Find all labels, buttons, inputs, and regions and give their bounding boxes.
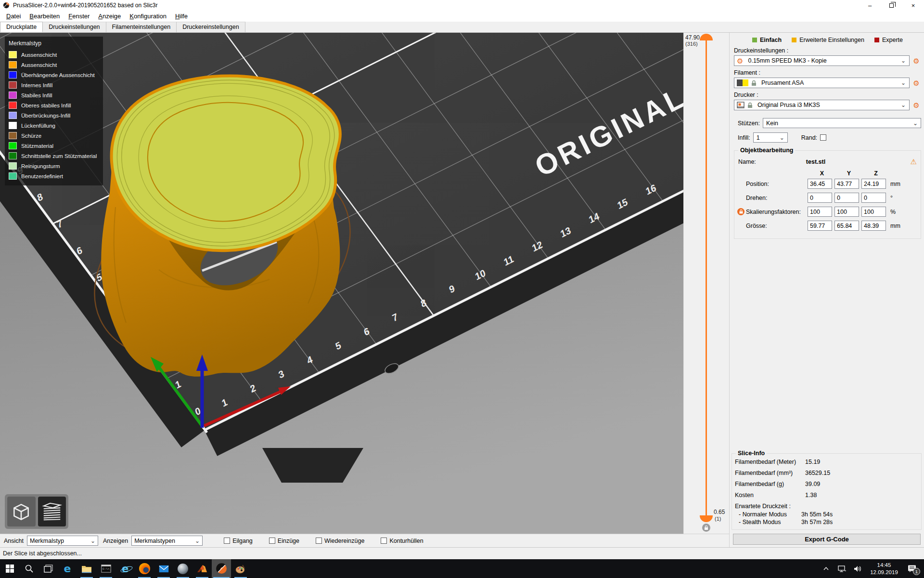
- view-toolbar: Ansicht Merkmalstyp ⌄ Anzeigen Merkmalst…: [0, 534, 729, 547]
- legend-item: Aussenschicht: [9, 60, 99, 70]
- layers-icon: [41, 500, 63, 523]
- layer-slider-track[interactable]: [706, 39, 707, 516]
- legend-item-label: Reinigungsturm: [21, 163, 60, 169]
- tab-filamenteinstellungen[interactable]: Filamenteinstellungen: [106, 22, 177, 32]
- 3d-viewport[interactable]: 123456789101112131415160123456789 ORIGIN…: [0, 33, 683, 534]
- slice-info-label: Filamentbedarf (mm³): [735, 470, 801, 476]
- transform-z-input[interactable]: [861, 179, 886, 189]
- transform-y-input[interactable]: [834, 193, 859, 203]
- print-settings-gear-button[interactable]: ⚙: [911, 55, 921, 66]
- taskbar-button-internet-explorer[interactable]: e: [116, 559, 135, 578]
- taskbar-button-matlab[interactable]: [192, 559, 212, 578]
- mode-option[interactable]: Einfach: [752, 37, 782, 43]
- supports-select[interactable]: Kein ⌄: [763, 118, 921, 128]
- transform-x-input[interactable]: [808, 193, 832, 203]
- menu-item[interactable]: Hilfe: [171, 12, 192, 21]
- layer-slider-lock-button[interactable]: [702, 524, 710, 532]
- transform-y-input[interactable]: [834, 179, 859, 189]
- mode-selector: Einfach Erweiterte Einstellungen Experte: [734, 36, 921, 44]
- transform-y-input[interactable]: [834, 221, 859, 231]
- supports-label: Stützen:: [738, 120, 760, 127]
- layer-slider-bottom-handle[interactable]: [700, 515, 713, 522]
- mode-option[interactable]: Erweiterte Einstellungen: [792, 37, 864, 43]
- taskbar-clock[interactable]: 14:45 12.09.2019: [869, 562, 899, 576]
- taskbar-button-app-sphere[interactable]: [173, 559, 192, 578]
- taskbar-button-paint[interactable]: [231, 559, 250, 578]
- close-button[interactable]: ×: [902, 0, 924, 11]
- filament-color-chip: [737, 79, 743, 86]
- checkbox[interactable]: [269, 538, 275, 544]
- menu-item[interactable]: Anzeige: [94, 12, 125, 21]
- tab-druckereinstellungen[interactable]: Druckereinstellungen: [177, 22, 245, 32]
- filament-select[interactable]: Prusament ASA ⌄: [734, 78, 910, 88]
- toolbar-checkbox-item: Konturhüllen: [381, 538, 423, 544]
- transform-y-input[interactable]: [834, 207, 859, 217]
- minimize-button[interactable]: –: [859, 0, 881, 11]
- transform-x-input[interactable]: [808, 221, 832, 231]
- transform-z-input[interactable]: [861, 221, 886, 231]
- tray-expand-button[interactable]: [821, 566, 831, 571]
- infill-select[interactable]: 1 ⌄: [753, 132, 788, 143]
- title-bar[interactable]: PrusaSlicer-2.0.0+win64-201905201652 bas…: [0, 0, 924, 11]
- show-select[interactable]: Merkmalstypen ⌄: [131, 536, 203, 546]
- legend-item: Aussenschicht: [9, 50, 99, 60]
- menu-item[interactable]: Fenster: [64, 12, 94, 21]
- taskbar-button-terminal[interactable]: C:\>_: [96, 559, 116, 578]
- printer-select[interactable]: Original Prusa i3 MK3S ⌄: [734, 100, 910, 110]
- view-label: Ansicht: [4, 538, 24, 544]
- taskbar-button-task-view[interactable]: [38, 559, 58, 578]
- chevron-down-icon: ⌄: [780, 134, 784, 141]
- filament-value: Prusament ASA: [761, 79, 804, 86]
- taskbar-button-firefox[interactable]: [135, 559, 154, 578]
- mode-option[interactable]: Experte: [874, 37, 903, 43]
- taskbar-button-mail[interactable]: [154, 559, 173, 578]
- menu-item[interactable]: Bearbeiten: [25, 12, 64, 21]
- checkbox[interactable]: [316, 538, 322, 544]
- legend-color-chip: [9, 172, 17, 180]
- taskbar-button-start[interactable]: [0, 559, 19, 578]
- slice-info-row: Filamentbedarf (Meter) 15.19: [735, 459, 918, 465]
- brim-checkbox[interactable]: [820, 134, 826, 141]
- print-settings-select[interactable]: ⚙ 0.15mm SPEED MK3 - Kopie ⌄: [734, 55, 910, 66]
- tab-druckeinstellungen[interactable]: Druckeinstellungen: [43, 22, 106, 32]
- legend-color-chip: [9, 92, 17, 99]
- transform-x-input[interactable]: [808, 207, 832, 217]
- legend-item: Benutzerdefiniert: [9, 171, 99, 181]
- view-select[interactable]: Merkmalstyp ⌄: [27, 536, 98, 546]
- show-label: Anzeigen: [103, 538, 128, 544]
- object-manipulation-title: Objektbearbeitung: [738, 147, 795, 154]
- tab-druckplatte[interactable]: Druckplatte: [0, 22, 43, 32]
- uniform-scale-lock-icon[interactable]: [737, 208, 746, 215]
- checkbox-label: Einzüge: [278, 538, 299, 544]
- print-time-mode: - Stealth Modus: [739, 519, 801, 525]
- layer-slider[interactable]: 47.90 (316) 0.65 (1): [683, 33, 729, 534]
- taskbar-button-file-explorer[interactable]: [77, 559, 96, 578]
- taskbar-button-search[interactable]: [19, 559, 38, 578]
- taskbar-button-edge[interactable]: e: [58, 559, 77, 578]
- volume-tray-button[interactable]: [853, 565, 862, 572]
- transform-z-input[interactable]: [861, 207, 886, 217]
- 3d-view-button[interactable]: [7, 497, 36, 526]
- show-select-value: Merkmalstypen: [134, 538, 175, 544]
- restore-button[interactable]: [881, 0, 902, 11]
- printer-value: Original Prusa i3 MK3S: [757, 102, 820, 108]
- menu-item[interactable]: Konfiguration: [125, 12, 171, 21]
- paint-icon: [235, 564, 246, 574]
- slice-info-value: 15.19: [805, 459, 820, 465]
- filament-gear-button[interactable]: ⚙: [911, 78, 921, 88]
- object-transform-row: Skalierungsfaktoren: %: [737, 207, 918, 217]
- network-tray-button[interactable]: [837, 565, 847, 572]
- transform-x-input[interactable]: [808, 179, 832, 189]
- mode-color-icon: [874, 38, 879, 42]
- export-gcode-button[interactable]: Export G-Code: [733, 534, 921, 545]
- action-center-button[interactable]: 1: [906, 565, 918, 573]
- printer-gear-button[interactable]: ⚙: [911, 100, 921, 110]
- brim-label: Rand:: [801, 134, 817, 141]
- transform-z-input[interactable]: [861, 193, 886, 203]
- taskbar-button-prusaslicer[interactable]: [212, 559, 231, 578]
- layers-preview-button[interactable]: [38, 497, 66, 526]
- print-time-row: - Normaler Modus 3h 55m 54s: [739, 511, 918, 518]
- checkbox[interactable]: [224, 538, 230, 544]
- checkbox[interactable]: [381, 538, 387, 544]
- menu-item[interactable]: Datei: [2, 12, 25, 21]
